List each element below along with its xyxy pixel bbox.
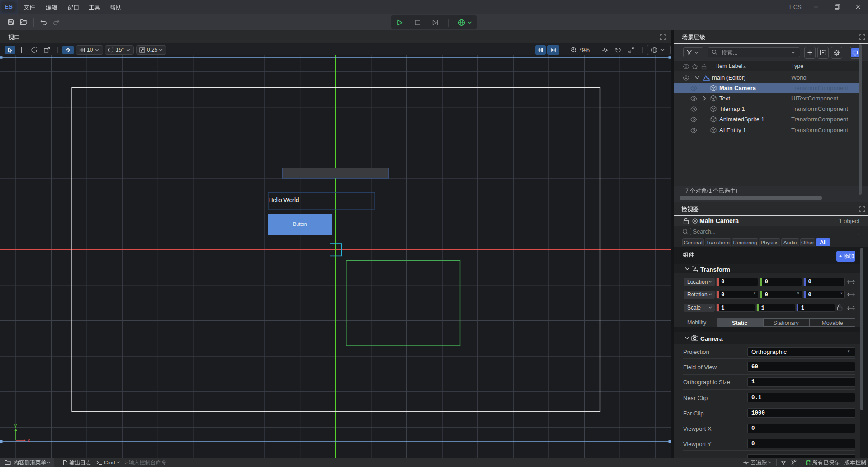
- svg-text:Hello World: Hello World: [269, 196, 299, 204]
- svg-text:Button: Button: [293, 221, 307, 227]
- svg-text:x: x: [28, 438, 30, 443]
- svg-text:Y: Y: [14, 424, 17, 429]
